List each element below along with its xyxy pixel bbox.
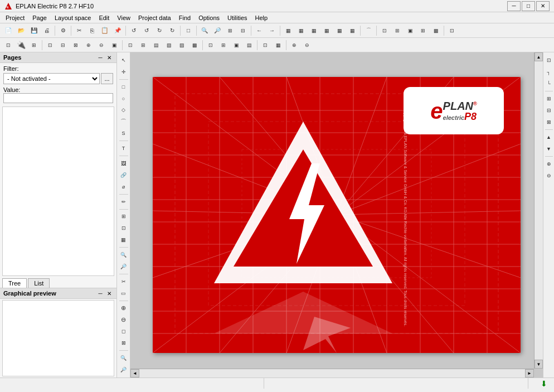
tb-curve[interactable]: ⌒ xyxy=(362,25,375,37)
vtb-rect[interactable]: □ xyxy=(118,81,129,93)
tb2-20[interactable]: ⊡ xyxy=(259,39,271,51)
menu-item-project-data[interactable]: Project data xyxy=(135,13,174,22)
tb2-9[interactable]: ▣ xyxy=(108,39,120,51)
vtb-box[interactable]: ⊠ xyxy=(118,337,129,349)
vtb-link[interactable]: 🔗 xyxy=(118,170,129,181)
tb-redo2[interactable]: ↻ xyxy=(166,25,178,37)
right-tb-8[interactable]: ▼ xyxy=(543,143,555,154)
right-tb-5[interactable]: ⊟ xyxy=(543,105,555,116)
vtb-square[interactable]: ◻ xyxy=(118,326,129,337)
preview-close-btn[interactable]: ✕ xyxy=(105,289,113,297)
tb-redo[interactable]: ↻ xyxy=(153,25,166,37)
vtb-arc[interactable]: ⌒ xyxy=(118,116,129,127)
vtb-measure[interactable]: ▦ xyxy=(118,234,129,245)
scroll-left-btn[interactable]: ◄ xyxy=(130,369,139,378)
tb-paste[interactable]: 📋 xyxy=(99,25,111,37)
tb-grid5[interactable]: ▦ xyxy=(333,25,346,37)
right-tb-2[interactable]: ┐ xyxy=(543,66,555,78)
tb-more2[interactable]: ⊞ xyxy=(391,25,404,37)
tb-print[interactable]: 🖨 xyxy=(41,25,53,37)
vtb-minus[interactable]: ⊖ xyxy=(118,314,129,326)
vtb-spline[interactable]: S xyxy=(118,128,129,139)
filter-more-btn[interactable]: ... xyxy=(101,73,113,84)
value-input[interactable] xyxy=(3,93,113,103)
restore-button[interactable]: □ xyxy=(522,1,535,11)
vtb-pen[interactable]: ✏ xyxy=(118,196,129,207)
vtb-magnify[interactable]: 🔍 xyxy=(118,352,129,364)
close-button[interactable]: ✕ xyxy=(536,1,550,11)
tb-undo[interactable]: ↺ xyxy=(128,25,140,37)
right-tb-7[interactable]: ▲ xyxy=(543,132,555,143)
menu-item-layout-space[interactable]: Layout space xyxy=(51,13,94,22)
tb-zoom-fit[interactable]: ⊞ xyxy=(224,25,236,37)
tb-back[interactable]: ← xyxy=(253,25,265,37)
menu-item-utilities[interactable]: Utilities xyxy=(224,13,250,22)
vtb-plus[interactable]: ⊕ xyxy=(118,303,129,314)
menu-item-help[interactable]: Help xyxy=(252,13,271,22)
canvas-horizontal-scrollbar[interactable]: ◄ ► xyxy=(130,369,534,378)
vtb-dash[interactable]: ▭ xyxy=(118,288,129,299)
tb-grid4[interactable]: ▦ xyxy=(320,25,333,37)
menu-item-page[interactable]: Page xyxy=(29,13,50,22)
tb-open[interactable]: 📂 xyxy=(15,25,27,37)
tb2-16[interactable]: ⊡ xyxy=(205,39,217,51)
tb2-8[interactable]: ⊖ xyxy=(95,39,108,51)
vtb-search2[interactable]: 🔎 xyxy=(118,364,129,375)
menu-item-project[interactable]: Project xyxy=(2,13,28,22)
tb2-6[interactable]: ⊠ xyxy=(70,39,82,51)
vtb-move[interactable]: ✛ xyxy=(118,66,129,78)
tb2-21[interactable]: ▦ xyxy=(272,39,284,51)
tb2-3[interactable]: ⊞ xyxy=(28,39,40,51)
vtb-grid[interactable]: ⊞ xyxy=(118,211,129,222)
tb-copy[interactable]: ⎘ xyxy=(86,25,98,37)
tb-cut[interactable]: ✂ xyxy=(73,25,85,37)
tb2-7[interactable]: ⊕ xyxy=(82,39,95,51)
tb-more3[interactable]: ▣ xyxy=(404,25,416,37)
filter-select[interactable]: - Not activated - xyxy=(3,73,100,84)
right-tb-9[interactable]: ⊕ xyxy=(543,158,555,170)
tb2-14[interactable]: ▨ xyxy=(176,39,188,51)
tb2-19[interactable]: ▤ xyxy=(243,39,255,51)
tb-settings[interactable]: ⚙ xyxy=(57,25,69,37)
tb2-18[interactable]: ▣ xyxy=(230,39,242,51)
tb-end[interactable]: ⊡ xyxy=(446,25,458,37)
tb-forward[interactable]: → xyxy=(266,25,278,37)
scroll-right-btn[interactable]: ► xyxy=(525,369,534,378)
tb-grid1[interactable]: ▦ xyxy=(282,25,294,37)
tb2-2[interactable]: 🔌 xyxy=(15,39,27,51)
right-tb-10[interactable]: ⊖ xyxy=(543,170,555,181)
tb-rect[interactable]: □ xyxy=(182,25,195,37)
right-tb-1[interactable]: ⊡ xyxy=(543,55,555,66)
tb-grid2[interactable]: ▦ xyxy=(295,25,307,37)
vtb-circle[interactable]: ○ xyxy=(118,93,129,104)
menu-item-edit[interactable]: Edit xyxy=(95,13,113,22)
tb2-1[interactable]: ⊡ xyxy=(2,39,14,51)
tb2-11[interactable]: ⊞ xyxy=(137,39,149,51)
tb2-5[interactable]: ⊟ xyxy=(57,39,69,51)
vtb-text[interactable]: T xyxy=(118,143,129,154)
tb-more1[interactable]: ⊡ xyxy=(378,25,391,37)
tb-zoom-all[interactable]: ⊟ xyxy=(237,25,249,37)
tab-tree[interactable]: Tree xyxy=(2,278,27,288)
vtb-snap[interactable]: ⊡ xyxy=(118,222,129,234)
status-download-icon[interactable]: ⬇ xyxy=(541,379,547,388)
vtb-select[interactable]: ↖ xyxy=(118,55,129,66)
tb-new[interactable]: 📄 xyxy=(2,25,14,37)
vtb-cross[interactable]: ✂ xyxy=(118,276,129,287)
scroll-up-btn[interactable]: ▲ xyxy=(534,52,543,61)
tb-more5[interactable]: ▩ xyxy=(430,25,442,37)
menu-item-find[interactable]: Find xyxy=(176,13,194,22)
tb2-10[interactable]: ⊡ xyxy=(124,39,137,51)
vtb-dimension[interactable]: ⌀ xyxy=(118,181,129,192)
pages-minimize-btn[interactable]: ─ xyxy=(96,54,104,61)
vtb-zoom-fit2[interactable]: 🔎 xyxy=(118,261,129,272)
menu-item-view[interactable]: View xyxy=(114,13,134,22)
tb2-22[interactable]: ⊕ xyxy=(288,39,300,51)
vtb-zoom-region[interactable]: 🔍 xyxy=(118,249,129,260)
tb2-15[interactable]: ▩ xyxy=(188,39,201,51)
tb-zoom-out[interactable]: 🔎 xyxy=(211,25,223,37)
tb2-4[interactable]: ⊡ xyxy=(44,39,56,51)
tb-grid6[interactable]: ▦ xyxy=(346,25,358,37)
right-tb-4[interactable]: ⊞ xyxy=(543,93,555,104)
tb2-12[interactable]: ▤ xyxy=(150,39,162,51)
